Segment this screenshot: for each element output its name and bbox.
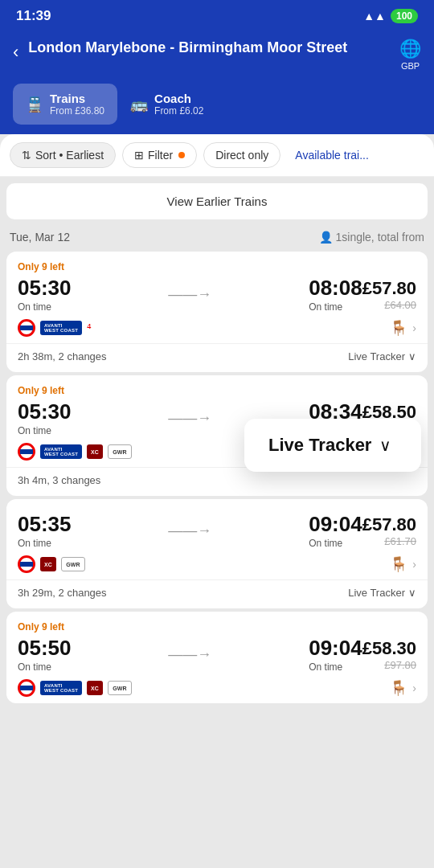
depart-block-2: 05:30 On time [18,399,72,436]
arrive-block-4: 09:04 On time [309,636,362,673]
train-times-row-3: 05:35 On time ——→ 09:04 On time £57.80 £… [18,512,416,549]
tfl-logo-1 [18,319,35,337]
coach-price: From £6.02 [154,105,203,117]
price-1: £57.80 [362,278,416,299]
arrow-4: ——→ [72,646,309,663]
operators-row-1: AVANTIWEST COAST ⁴ 🪑 › [6,313,428,343]
arrow-1: ——→ [72,286,309,303]
filter-dot [178,152,185,158]
train-footer-1: 2h 38m, 2 changes Live Tracker ∨ [6,343,428,372]
seat-icon-1: 🪑 [390,319,407,337]
depart-block-3: 05:35 On time [18,512,72,549]
train-card-2[interactable]: Only 9 left 05:30 On time ——→ 08:34 On t… [6,375,428,496]
status-icons: ▲▲ 100 [363,9,418,23]
live-tracker-label-1: Live Tracker [348,350,405,362]
back-button[interactable]: ‹ [13,42,18,63]
changes-2: 3h 4m, 3 changes [18,474,100,486]
currency-label: GBP [401,61,420,71]
passenger-label: 1single, total from [336,231,425,244]
cross-logo-2: XC [87,444,103,459]
old-price-4: £97.80 [362,659,416,671]
route-title: London Marylebone - Birmingham Moor Stre… [28,39,347,55]
price-block-3: £57.80 £61.70 [362,514,416,547]
seat-icon-4: 🪑 [390,679,407,697]
chevron-right-3: › [412,558,416,571]
gwr-logo-3: GWR [61,557,85,571]
arrive-status-4: On time [309,661,362,673]
status-time: 11:39 [16,8,51,24]
arrow-3: ——→ [72,522,309,539]
live-tracker-btn-3[interactable]: Live Tracker ∨ [348,587,416,599]
avanti-logo-1: AVANTIWEST COAST [40,321,82,335]
live-tracker-label-3: Live Tracker [348,587,405,599]
globe-icon: 🌐 [399,39,421,59]
operators-row-3: XC GWR 🪑 › [6,549,428,579]
filter-button[interactable]: ⊞ Filter [122,142,197,168]
changes-1: 2h 38m, 2 changes [18,350,107,362]
available-trains-button[interactable]: Available trai... [287,143,377,167]
live-tracker-popup-chevron: ∨ [379,436,391,455]
date-label: Tue, Mar 12 [10,231,70,244]
operators-row-4: AVANTIWEST COAST XC GWR 🪑 › [6,673,428,703]
sort-icon: ⇅ [22,149,31,162]
header: ‹ London Marylebone - Birmingham Moor St… [0,31,434,84]
chevron-right-1: › [412,321,416,334]
sort-label: Sort • Earliest [35,149,104,162]
live-tracker-btn-1[interactable]: Live Tracker ∨ [348,350,416,362]
operator-logos-4: AVANTIWEST COAST XC GWR [18,679,132,697]
sort-button[interactable]: ⇅ Sort • Earliest [10,142,116,168]
coach-icon: 🚌 [130,96,148,113]
price-block-1: £57.80 £64.00 [362,278,416,311]
train-card-1[interactable]: Only 9 left 05:30 On time ——→ 08:08 On t… [6,252,428,372]
date-row: Tue, Mar 12 👤 1single, total from [0,223,434,248]
tab-coach[interactable]: 🚌 Coach From £6.02 [117,84,216,125]
train-footer-3: 3h 29m, 2 changes Live Tracker ∨ [6,579,428,608]
depart-status-4: On time [18,661,72,673]
depart-block-4: 05:50 On time [18,636,72,673]
status-bar: 11:39 ▲▲ 100 [0,0,434,31]
depart-status-2: On time [18,425,72,436]
price-3: £57.80 [362,514,416,535]
passenger-info: 👤 1single, total from [319,231,425,244]
direct-only-button[interactable]: Direct only [203,142,280,168]
person-icon: 👤 [319,231,333,244]
price-4: £58.30 [362,638,416,659]
operator-logos-2: AVANTIWEST COAST XC GWR [18,443,132,461]
filter-icon: ⊞ [134,149,144,162]
arrive-time-3: 09:04 [309,512,362,537]
depart-status-3: On time [18,538,72,549]
wifi-icon: ▲▲ [363,10,386,23]
train-card-4[interactable]: Only 9 left 05:50 On time ——→ 09:04 On t… [6,612,428,703]
train-icon: 🚆 [26,96,43,113]
tfl-logo-2 [18,443,35,461]
depart-time-1: 05:30 [18,276,72,301]
chevron-right-4: › [412,682,416,694]
extra-logo-1: ⁴ [87,321,92,334]
coach-label: Coach [154,92,203,105]
arrive-time-4: 09:04 [309,636,362,661]
arrive-status-3: On time [309,538,362,549]
depart-block-1: 05:30 On time [18,276,72,313]
live-tracker-popup[interactable]: Live Tracker ∨ [244,419,421,472]
transport-tabs: 🚆 Trains From £36.80 🚌 Coach From £6.02 [0,84,434,134]
depart-status-1: On time [18,301,72,313]
train-card-3[interactable]: 05:35 On time ——→ 09:04 On time £57.80 £… [6,499,428,608]
live-tracker-chevron-1: ∨ [408,350,416,362]
trains-price: From £36.80 [50,105,104,117]
tfl-logo-4 [18,679,35,697]
battery-badge: 100 [391,9,418,23]
tfl-logo-3 [18,555,35,573]
train-times-row-4: 05:50 On time ——→ 09:04 On time £58.30 £… [18,636,416,673]
live-tracker-popup-label: Live Tracker [268,435,371,456]
arrive-status-1: On time [309,301,362,313]
currency-button[interactable]: 🌐 GBP [399,39,421,71]
operator-logos-1: AVANTIWEST COAST ⁴ [18,319,92,337]
view-earlier-button[interactable]: View Earlier Trains [6,183,428,219]
seat-icon-3: 🪑 [390,555,407,573]
cross-logo-3: XC [40,557,56,571]
old-price-1: £64.00 [362,299,416,311]
old-price-3: £61.70 [362,535,416,547]
only-left-badge-1: Only 9 left [18,261,416,272]
avanti-logo-2: AVANTIWEST COAST [40,444,82,459]
tab-trains[interactable]: 🚆 Trains From £36.80 [13,84,117,125]
